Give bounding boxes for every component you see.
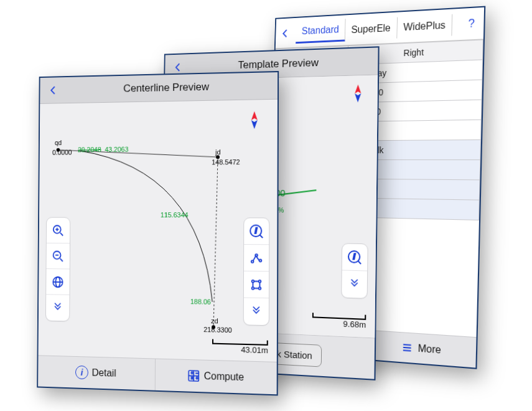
info-button[interactable]: i [244, 218, 269, 245]
polyline-button[interactable] [244, 245, 269, 272]
val-zd-up: 188.06 [190, 298, 211, 306]
nodes-button[interactable] [244, 272, 269, 298]
page-title: Template Preview [238, 57, 319, 72]
svg-line-17 [60, 232, 63, 235]
svg-text:−: − [196, 371, 198, 376]
val-zd: 218.3300 [203, 326, 231, 334]
globe-button[interactable] [46, 269, 70, 295]
svg-point-34 [252, 287, 254, 290]
titlebar: Centerline Preview [40, 72, 278, 104]
pt-jd: jd [215, 148, 220, 156]
zoom-out-button[interactable] [46, 243, 70, 270]
svg-point-35 [259, 287, 261, 290]
tab-superele[interactable]: SuperEle [345, 17, 398, 40]
scale-label: 9.68m [312, 318, 366, 329]
expand-left-button[interactable] [46, 295, 70, 321]
scale-bar: 43.01m [212, 339, 268, 356]
val-jd: 148.5472 [212, 158, 240, 166]
tools-left [45, 217, 70, 322]
help-button[interactable]: ? [462, 14, 482, 33]
compass-icon [351, 84, 365, 102]
pt-zd: zd [211, 317, 218, 324]
info-icon: i [75, 366, 88, 379]
svg-text:+: + [191, 371, 194, 375]
scale-label: 43.01m [212, 344, 268, 356]
screen-centerline: Centerline Preview qd 0.0000 20.2048 43.… [37, 71, 279, 395]
tools-right: i [243, 217, 270, 326]
more-label: More [418, 342, 442, 356]
val-seg1: 20.2048 [78, 146, 101, 153]
compute-label: Compute [204, 371, 244, 383]
tab-standard[interactable]: Standard [296, 19, 345, 44]
svg-marker-1 [355, 85, 361, 94]
expand-right-button[interactable] [244, 298, 269, 325]
info-button[interactable]: i [342, 243, 368, 271]
svg-point-31 [259, 259, 262, 262]
svg-text:i: i [254, 225, 257, 235]
scale-bar: 9.68m [312, 313, 366, 329]
svg-text:i: i [353, 251, 355, 261]
zoom-in-button[interactable] [47, 218, 70, 243]
tools-right: i [341, 243, 368, 299]
svg-point-32 [252, 280, 254, 282]
svg-text:÷: ÷ [196, 376, 198, 380]
svg-point-33 [259, 280, 261, 282]
compute-icon: +−×÷ [187, 369, 200, 383]
svg-line-8 [358, 260, 361, 263]
more-button[interactable]: More [367, 331, 476, 368]
page-title: Centerline Preview [123, 81, 209, 95]
canvas: qd 0.0000 20.2048 43.2063 jd 148.5472 11… [38, 100, 278, 362]
tab-wideplus[interactable]: WidePlus [397, 14, 453, 38]
svg-marker-2 [355, 93, 361, 103]
more-icon [400, 341, 414, 354]
val-seg1b: 43.2063 [105, 146, 128, 153]
val-mid: 115.6344 [161, 211, 189, 219]
back-button[interactable] [278, 25, 293, 41]
back-button[interactable] [46, 82, 61, 98]
svg-text:×: × [191, 376, 194, 380]
svg-line-21 [60, 258, 63, 262]
svg-line-28 [259, 234, 263, 237]
svg-line-14 [213, 157, 218, 327]
detail-label: Detail [92, 367, 116, 379]
pt-qd: qd [55, 139, 62, 146]
val-qd: 0.0000 [52, 149, 72, 156]
expand-button[interactable] [342, 270, 367, 298]
